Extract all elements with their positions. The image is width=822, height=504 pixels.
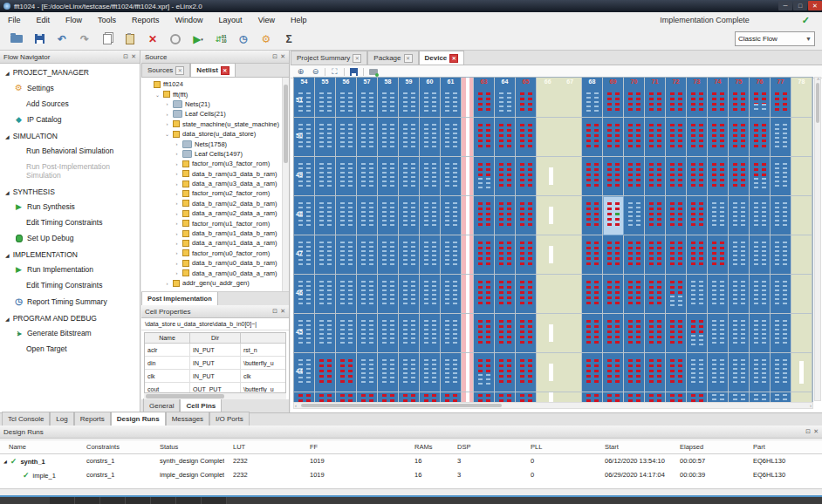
device-tile-col60-row50[interactable] — [420, 118, 441, 157]
device-tile-col57-row44[interactable] — [357, 353, 378, 392]
device-tile-col55-row45[interactable] — [315, 314, 336, 353]
device-tile-col59-row44[interactable] — [399, 353, 420, 392]
run-icon[interactable]: ▶▾ — [187, 31, 209, 47]
taskbar-window-button[interactable] — [100, 497, 126, 504]
device-tile-col72-row51[interactable]: 72 — [666, 78, 687, 118]
device-tile-col75-row48[interactable] — [729, 196, 750, 235]
menu-item-layout[interactable]: Layout — [211, 14, 250, 26]
device-tile-col54-row46[interactable]: 46 — [294, 275, 315, 314]
tree-expand-icon[interactable]: › — [174, 141, 180, 146]
tree-node[interactable]: ›addr_gen(u_addr_gen) — [141, 278, 289, 288]
tree-expand-icon[interactable]: › — [174, 261, 180, 266]
menu-item-view[interactable]: View — [250, 14, 283, 26]
device-tile-col55-row51[interactable]: 55 — [315, 78, 336, 118]
device-tile-col62-row46[interactable] — [462, 275, 474, 314]
device-tile-col75-row47[interactable] — [729, 235, 750, 275]
runs-column-header-name[interactable]: Name — [0, 439, 78, 454]
device-tile-col58-row48[interactable] — [378, 196, 399, 235]
device-tile-col59-row46[interactable] — [399, 275, 420, 314]
runs-cell-pll[interactable]: 0 — [522, 454, 596, 468]
device-tile-col61-row51[interactable]: 61 — [441, 78, 462, 118]
copy-icon[interactable] — [96, 31, 119, 47]
device-tile-col55-row47[interactable] — [315, 235, 336, 275]
device-tile-col54-row48[interactable]: 48 — [294, 196, 315, 235]
device-tile-col69-row50[interactable] — [603, 118, 624, 157]
tree-node[interactable]: ›data_b_ram(u2_data_b_ram) — [141, 199, 289, 208]
settings-gear-icon[interactable]: ⚙ — [255, 31, 277, 47]
device-tile-col68-row51[interactable]: 68 — [582, 78, 603, 118]
runs-cell-elapsed[interactable]: 00:00:57 — [671, 454, 744, 468]
device-tile-col63-row49[interactable] — [474, 157, 495, 196]
menu-item-window[interactable]: Window — [168, 14, 211, 26]
tree-node[interactable]: ›Leaf Cells(1497) — [141, 149, 289, 159]
runs-cell-lut[interactable]: 2232 — [224, 454, 301, 468]
device-tile-col54-row51[interactable]: 5451 — [294, 78, 315, 118]
device-tile-col60-row51[interactable]: 60 — [420, 78, 441, 118]
device-tile-col64-row47[interactable] — [495, 235, 516, 275]
tree-expand-icon[interactable]: ⌄ — [154, 92, 161, 98]
tree-expand-icon[interactable]: › — [174, 181, 180, 187]
taskbar-window-button[interactable] — [75, 497, 100, 504]
device-tile-col56-row46[interactable] — [336, 275, 357, 314]
tree-node[interactable]: ⌄fft(fft) — [141, 89, 289, 99]
device-vscrollbar[interactable]: ˄ — [814, 77, 821, 401]
tree-scrollbar[interactable] — [282, 78, 289, 291]
runs-cell-lut[interactable]: 2232 — [224, 468, 301, 482]
device-tile-col77-row46[interactable] — [771, 275, 791, 314]
device-tile-col72-row47[interactable] — [666, 235, 687, 275]
device-tile-col69-row47[interactable] — [603, 235, 624, 275]
taskbar-window-button[interactable] — [202, 497, 227, 504]
device-tile-col77-row50[interactable] — [771, 118, 791, 157]
taskbar-window-button[interactable] — [151, 497, 176, 504]
tab-close-icon[interactable]: ✕ — [353, 54, 361, 63]
device-tile-col72-row49[interactable] — [666, 157, 687, 196]
device-tile-col61-row48[interactable] — [441, 196, 462, 235]
device-tile-col70-row51[interactable]: 70 — [624, 78, 645, 118]
tab-netlist[interactable]: Netlist✕ — [190, 63, 235, 77]
device-hscrollbar[interactable]: ‹ › — [293, 402, 813, 409]
sum-icon[interactable]: Σ — [277, 31, 300, 47]
tab-close-icon[interactable]: ✕ — [175, 66, 184, 75]
tree-expand-icon[interactable]: › — [174, 211, 180, 216]
device-tile-col60-row44[interactable] — [420, 353, 441, 392]
device-tile-col73-row50[interactable] — [687, 118, 708, 157]
device-tile-col57-row48[interactable] — [357, 196, 378, 235]
runs-cell-ff[interactable]: 1019 — [301, 454, 406, 468]
flow-item-settings[interactable]: ⚙Settings — [0, 79, 140, 96]
device-tile-col66-67-row50[interactable] — [537, 118, 582, 157]
device-tile-col56-row48[interactable] — [336, 196, 357, 235]
device-tile-col54-row50[interactable]: 50 — [294, 118, 315, 157]
runs-cell-part[interactable]: EQ6HL130 — [744, 468, 822, 482]
device-tile-col64-row50[interactable] — [495, 118, 516, 157]
device-tile-col55-row49[interactable] — [315, 157, 336, 196]
tab-device[interactable]: Device✕ — [419, 51, 465, 65]
tree-expand-icon[interactable]: › — [174, 161, 180, 167]
flow-item-edit-timing-constraints[interactable]: Edit Timing Constraints — [0, 277, 140, 293]
tab-project-summary[interactable]: Project Summary✕ — [291, 51, 367, 65]
runs-cell-pll[interactable]: 0 — [522, 468, 596, 482]
pins-cell[interactable]: aclr — [145, 344, 190, 357]
tree-node[interactable]: fft1024 — [141, 79, 289, 89]
device-tile-col76-row49[interactable] — [750, 157, 771, 196]
device-tile-col57-row45[interactable] — [357, 314, 378, 353]
search-icon[interactable] — [164, 31, 187, 47]
runs-column-header-elapsed[interactable]: Elapsed — [671, 439, 744, 454]
device-tile-col71-row47[interactable] — [645, 235, 666, 275]
tree-expand-icon[interactable]: › — [174, 171, 180, 176]
flow-section-synthesis[interactable]: ◢SYNTHESIS — [0, 183, 140, 199]
device-tile-col60-row47[interactable] — [420, 235, 441, 275]
device-tile-col65-row51[interactable]: 65 — [516, 78, 537, 118]
device-tile-col62-row48[interactable] — [462, 196, 474, 235]
device-tile-col70-row45[interactable] — [624, 314, 645, 353]
tree-node[interactable]: ›Nets(21) — [141, 99, 289, 109]
device-tile-col56-row47[interactable] — [336, 235, 357, 275]
flow-item-edit-timing-constraints[interactable]: Edit Timing Constraints — [0, 215, 140, 230]
device-tile-col71-row48[interactable] — [645, 196, 666, 235]
device-tile-col74-row49[interactable] — [708, 157, 729, 196]
menu-item-edit[interactable]: Edit — [29, 14, 58, 26]
device-tile-col63-row46[interactable] — [474, 275, 495, 314]
tree-node[interactable]: ›factor_rom(u1_factor_rom) — [141, 218, 289, 228]
device-tile-col66-67-row45[interactable] — [537, 314, 582, 353]
tree-expand-icon[interactable]: › — [164, 101, 170, 106]
device-tile-col58-row49[interactable] — [378, 157, 399, 196]
